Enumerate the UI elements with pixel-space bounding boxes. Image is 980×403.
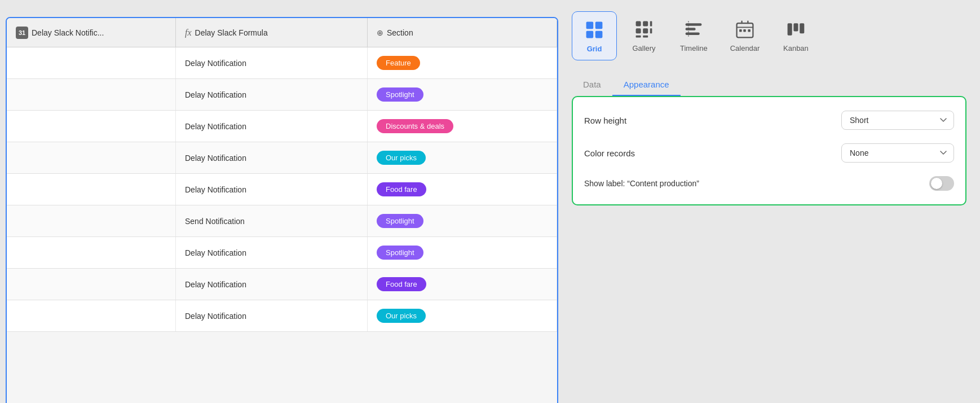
svg-rect-1 [595, 22, 603, 29]
notification-label: Delay Notification [185, 59, 246, 68]
view-label-timeline: Timeline [680, 44, 708, 52]
col-header-1: 31 Delay Slack Notific... [7, 18, 176, 47]
cell-col2: Delay Notification [176, 174, 368, 205]
notification-label: Delay Notification [185, 248, 246, 257]
svg-rect-14 [686, 32, 700, 35]
table-body: Delay NotificationFeatureDelay Notificat… [7, 47, 557, 403]
notification-label: Delay Notification [185, 154, 246, 163]
svg-rect-23 [788, 23, 792, 36]
shield-icon: ⊕ [377, 28, 383, 37]
row-height-select[interactable]: ShortMediumTallExtra tall [841, 111, 954, 130]
view-item-kanban[interactable]: Kanban [773, 11, 818, 60]
cell-badge: Spotlight [368, 205, 557, 236]
table-row: Delay NotificationSpotlight [7, 237, 557, 269]
calendar-icon [734, 18, 756, 41]
table-row: Delay NotificationDiscounts & deals [7, 111, 557, 142]
cell-badge: Spotlight [368, 237, 557, 268]
svg-rect-24 [794, 23, 798, 31]
cell-col1 [7, 47, 176, 78]
col-header-2: fx Delay Slack Formula [176, 18, 368, 47]
col-header-3: ⊕ Section [368, 18, 557, 47]
table-panel: 31 Delay Slack Notific... fx Delay Slack… [6, 17, 558, 403]
view-switcher: Grid Gallery Timeline Calendar Kanban [572, 11, 966, 60]
table-row: Delay NotificationFood fare [7, 269, 557, 300]
table-row: Delay NotificationOur picks [7, 142, 557, 174]
view-label-kanban: Kanban [783, 44, 809, 52]
notification-label: Delay Notification [185, 312, 246, 321]
row-height-row: Row height ShortMediumTallExtra tall [584, 111, 954, 130]
section-badge: Spotlight [377, 87, 423, 102]
svg-rect-0 [586, 22, 594, 29]
cell-badge: Spotlight [368, 79, 557, 110]
cell-col2: Delay Notification [176, 269, 368, 300]
gallery-icon [633, 18, 655, 41]
notification-label: Delay Notification [185, 122, 246, 131]
fx-icon: fx [185, 28, 192, 38]
svg-rect-8 [643, 28, 648, 33]
col-label-1: Delay Slack Notific... [32, 28, 104, 37]
cell-col1 [7, 142, 176, 173]
tab-appearance[interactable]: Appearance [612, 74, 681, 96]
svg-rect-25 [800, 23, 805, 33]
cell-col2: Send Notification [176, 205, 368, 236]
tabs: DataAppearance [572, 74, 966, 96]
section-badge: Our picks [377, 309, 426, 323]
notification-label: Send Notification [185, 217, 245, 226]
table-row: Delay NotificationOur picks [7, 300, 557, 332]
color-records-row: Color records NoneBy fieldBy condition [584, 143, 954, 163]
svg-rect-10 [636, 36, 641, 38]
view-item-calendar[interactable]: Calendar [721, 11, 769, 60]
show-label-row: Show label: “Content production” [584, 176, 954, 191]
section-badge: Spotlight [377, 246, 423, 260]
view-label-grid: Grid [587, 45, 602, 53]
view-item-gallery[interactable]: Gallery [621, 11, 666, 60]
cell-badge: Feature [368, 47, 557, 78]
cell-col1 [7, 174, 176, 205]
section-badge: Food fare [377, 182, 426, 196]
notification-label: Delay Notification [185, 185, 246, 194]
cell-badge: Food fare [368, 269, 557, 300]
row-height-label: Row height [584, 116, 626, 125]
section-badge: Spotlight [377, 214, 423, 228]
col-label-3: Section [387, 28, 413, 37]
right-panel: Grid Gallery Timeline Calendar Kanban Da… [558, 0, 980, 403]
svg-rect-11 [643, 36, 648, 38]
cell-badge: Food fare [368, 174, 557, 205]
view-item-timeline[interactable]: Timeline [671, 11, 717, 60]
table-row: Delay NotificationFood fare [7, 174, 557, 205]
svg-rect-3 [595, 31, 603, 38]
col-label-2: Delay Slack Formula [195, 28, 268, 37]
cell-col2: Delay Notification [176, 300, 368, 331]
appearance-panel: Row height ShortMediumTallExtra tall Col… [572, 96, 966, 205]
cell-badge: Our picks [368, 142, 557, 173]
svg-rect-7 [636, 28, 641, 33]
timeline-icon [682, 18, 705, 41]
table-row: Delay NotificationSpotlight [7, 79, 557, 111]
svg-rect-21 [743, 29, 746, 32]
table-row: Delay NotificationFeature [7, 47, 557, 79]
grid-icon [583, 19, 606, 41]
cell-badge: Our picks [368, 300, 557, 331]
color-records-select[interactable]: NoneBy fieldBy condition [841, 143, 954, 163]
cell-col1 [7, 205, 176, 236]
table-header: 31 Delay Slack Notific... fx Delay Slack… [7, 18, 557, 47]
view-item-grid[interactable]: Grid [572, 11, 617, 60]
show-label-toggle[interactable] [929, 176, 954, 191]
cell-col1 [7, 300, 176, 331]
table-row: Send NotificationSpotlight [7, 205, 557, 237]
cell-col2: Delay Notification [176, 111, 368, 142]
cell-col2: Delay Notification [176, 79, 368, 110]
cell-col2: Delay Notification [176, 142, 368, 173]
cell-col1 [7, 111, 176, 142]
svg-rect-2 [586, 31, 594, 38]
section-badge: Discounts & deals [377, 119, 453, 133]
svg-rect-4 [636, 21, 641, 27]
notification-label: Delay Notification [185, 280, 246, 289]
section-badge: Food fare [377, 277, 426, 291]
cell-col2: Delay Notification [176, 47, 368, 78]
tab-data[interactable]: Data [572, 74, 612, 96]
cell-col1 [7, 79, 176, 110]
number-icon: 31 [16, 27, 28, 39]
kanban-icon [784, 18, 807, 41]
svg-rect-22 [748, 29, 751, 32]
